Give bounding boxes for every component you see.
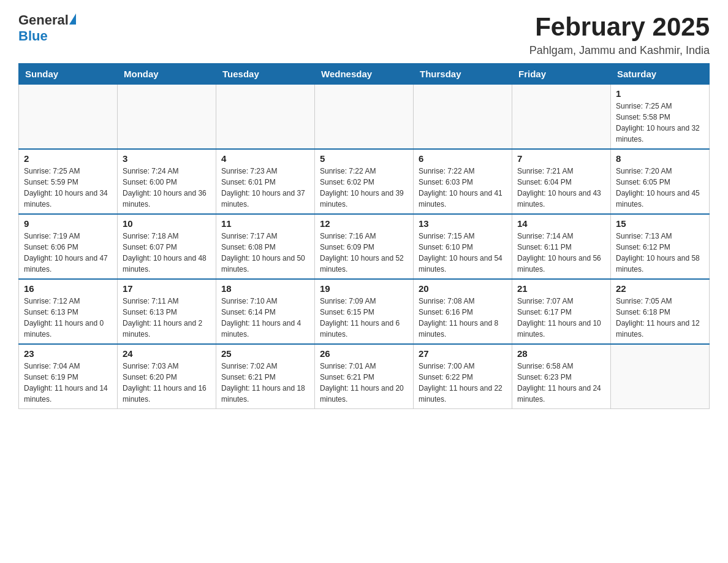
day-info: Sunrise: 7:21 AMSunset: 6:04 PMDaylight:… [517, 166, 605, 210]
page-header: General Blue February 2025 Pahlgam, Jamm… [18, 12, 710, 57]
calendar-table: SundayMondayTuesdayWednesdayThursdayFrid… [18, 63, 710, 409]
day-info: Sunrise: 7:12 AMSunset: 6:13 PMDaylight:… [24, 296, 112, 340]
calendar-cell [315, 85, 414, 150]
column-header-wednesday: Wednesday [315, 64, 414, 85]
calendar-cell: 17Sunrise: 7:11 AMSunset: 6:13 PMDayligh… [118, 279, 216, 344]
day-info: Sunrise: 7:22 AMSunset: 6:02 PMDaylight:… [320, 166, 408, 210]
calendar-cell: 12Sunrise: 7:16 AMSunset: 6:09 PMDayligh… [315, 214, 414, 279]
day-number: 1 [616, 88, 704, 99]
calendar-title: February 2025 [529, 12, 710, 42]
day-info: Sunrise: 7:13 AMSunset: 6:12 PMDaylight:… [616, 231, 704, 275]
calendar-cell: 15Sunrise: 7:13 AMSunset: 6:12 PMDayligh… [611, 214, 710, 279]
logo-general-text: General [18, 12, 69, 28]
day-number: 3 [123, 153, 211, 164]
calendar-cell: 11Sunrise: 7:17 AMSunset: 6:08 PMDayligh… [216, 214, 315, 279]
calendar-cell: 16Sunrise: 7:12 AMSunset: 6:13 PMDayligh… [19, 279, 118, 344]
day-number: 16 [24, 283, 112, 294]
calendar-cell: 13Sunrise: 7:15 AMSunset: 6:10 PMDayligh… [414, 214, 512, 279]
title-area: February 2025 Pahlgam, Jammu and Kashmir… [529, 12, 710, 57]
day-info: Sunrise: 7:03 AMSunset: 6:20 PMDaylight:… [123, 361, 211, 405]
calendar-cell: 9Sunrise: 7:19 AMSunset: 6:06 PMDaylight… [19, 214, 118, 279]
calendar-cell [414, 85, 512, 150]
day-number: 4 [221, 153, 309, 164]
calendar-cell [611, 344, 710, 409]
day-info: Sunrise: 7:25 AMSunset: 5:58 PMDaylight:… [616, 101, 704, 145]
day-number: 2 [24, 153, 112, 164]
calendar-week-row: 23Sunrise: 7:04 AMSunset: 6:19 PMDayligh… [19, 344, 710, 409]
day-number: 10 [123, 218, 211, 229]
day-info: Sunrise: 7:23 AMSunset: 6:01 PMDaylight:… [221, 166, 309, 210]
column-header-tuesday: Tuesday [216, 64, 315, 85]
calendar-cell: 5Sunrise: 7:22 AMSunset: 6:02 PMDaylight… [315, 149, 414, 214]
day-number: 22 [616, 283, 704, 294]
calendar-cell [118, 85, 216, 150]
calendar-cell: 27Sunrise: 7:00 AMSunset: 6:22 PMDayligh… [414, 344, 512, 409]
calendar-subtitle: Pahlgam, Jammu and Kashmir, India [529, 44, 710, 57]
calendar-cell: 18Sunrise: 7:10 AMSunset: 6:14 PMDayligh… [216, 279, 315, 344]
day-number: 7 [517, 153, 605, 164]
day-info: Sunrise: 7:01 AMSunset: 6:21 PMDaylight:… [320, 361, 408, 405]
day-number: 27 [419, 348, 507, 359]
day-number: 23 [24, 348, 112, 359]
calendar-cell: 8Sunrise: 7:20 AMSunset: 6:05 PMDaylight… [611, 149, 710, 214]
column-header-thursday: Thursday [414, 64, 512, 85]
day-number: 13 [419, 218, 507, 229]
day-info: Sunrise: 7:24 AMSunset: 6:00 PMDaylight:… [123, 166, 211, 210]
day-number: 17 [123, 283, 211, 294]
day-number: 15 [616, 218, 704, 229]
day-number: 9 [24, 218, 112, 229]
calendar-cell: 6Sunrise: 7:22 AMSunset: 6:03 PMDaylight… [414, 149, 512, 214]
day-info: Sunrise: 7:25 AMSunset: 5:59 PMDaylight:… [24, 166, 112, 210]
day-info: Sunrise: 7:15 AMSunset: 6:10 PMDaylight:… [419, 231, 507, 275]
day-info: Sunrise: 7:19 AMSunset: 6:06 PMDaylight:… [24, 231, 112, 275]
day-info: Sunrise: 7:10 AMSunset: 6:14 PMDaylight:… [221, 296, 309, 340]
calendar-cell: 20Sunrise: 7:08 AMSunset: 6:16 PMDayligh… [414, 279, 512, 344]
day-number: 5 [320, 153, 408, 164]
day-number: 18 [221, 283, 309, 294]
day-number: 14 [517, 218, 605, 229]
calendar-header-row: SundayMondayTuesdayWednesdayThursdayFrid… [19, 64, 710, 85]
calendar-cell: 7Sunrise: 7:21 AMSunset: 6:04 PMDaylight… [512, 149, 611, 214]
logo-triangle-icon [69, 13, 76, 25]
day-info: Sunrise: 7:14 AMSunset: 6:11 PMDaylight:… [517, 231, 605, 275]
day-info: Sunrise: 7:00 AMSunset: 6:22 PMDaylight:… [419, 361, 507, 405]
day-info: Sunrise: 7:17 AMSunset: 6:08 PMDaylight:… [221, 231, 309, 275]
day-info: Sunrise: 7:02 AMSunset: 6:21 PMDaylight:… [221, 361, 309, 405]
logo: General Blue [18, 12, 76, 44]
day-number: 8 [616, 153, 704, 164]
calendar-cell [19, 85, 118, 150]
day-number: 12 [320, 218, 408, 229]
calendar-week-row: 1Sunrise: 7:25 AMSunset: 5:58 PMDaylight… [19, 85, 710, 150]
day-number: 25 [221, 348, 309, 359]
column-header-friday: Friday [512, 64, 611, 85]
day-info: Sunrise: 7:08 AMSunset: 6:16 PMDaylight:… [419, 296, 507, 340]
logo-blue-text: Blue [18, 28, 48, 44]
calendar-cell: 28Sunrise: 6:58 AMSunset: 6:23 PMDayligh… [512, 344, 611, 409]
day-info: Sunrise: 7:18 AMSunset: 6:07 PMDaylight:… [123, 231, 211, 275]
column-header-sunday: Sunday [19, 64, 118, 85]
day-info: Sunrise: 7:16 AMSunset: 6:09 PMDaylight:… [320, 231, 408, 275]
day-number: 6 [419, 153, 507, 164]
day-info: Sunrise: 7:07 AMSunset: 6:17 PMDaylight:… [517, 296, 605, 340]
calendar-cell: 2Sunrise: 7:25 AMSunset: 5:59 PMDaylight… [19, 149, 118, 214]
calendar-cell: 22Sunrise: 7:05 AMSunset: 6:18 PMDayligh… [611, 279, 710, 344]
calendar-cell: 25Sunrise: 7:02 AMSunset: 6:21 PMDayligh… [216, 344, 315, 409]
calendar-cell: 24Sunrise: 7:03 AMSunset: 6:20 PMDayligh… [118, 344, 216, 409]
day-info: Sunrise: 7:11 AMSunset: 6:13 PMDaylight:… [123, 296, 211, 340]
day-info: Sunrise: 7:09 AMSunset: 6:15 PMDaylight:… [320, 296, 408, 340]
calendar-cell: 1Sunrise: 7:25 AMSunset: 5:58 PMDaylight… [611, 85, 710, 150]
column-header-saturday: Saturday [611, 64, 710, 85]
day-info: Sunrise: 7:22 AMSunset: 6:03 PMDaylight:… [419, 166, 507, 210]
column-header-monday: Monday [118, 64, 216, 85]
day-number: 26 [320, 348, 408, 359]
calendar-cell: 4Sunrise: 7:23 AMSunset: 6:01 PMDaylight… [216, 149, 315, 214]
calendar-cell: 3Sunrise: 7:24 AMSunset: 6:00 PMDaylight… [118, 149, 216, 214]
calendar-cell: 19Sunrise: 7:09 AMSunset: 6:15 PMDayligh… [315, 279, 414, 344]
calendar-cell: 21Sunrise: 7:07 AMSunset: 6:17 PMDayligh… [512, 279, 611, 344]
calendar-cell: 26Sunrise: 7:01 AMSunset: 6:21 PMDayligh… [315, 344, 414, 409]
day-number: 21 [517, 283, 605, 294]
calendar-cell [216, 85, 315, 150]
day-number: 28 [517, 348, 605, 359]
calendar-week-row: 2Sunrise: 7:25 AMSunset: 5:59 PMDaylight… [19, 149, 710, 214]
calendar-cell: 10Sunrise: 7:18 AMSunset: 6:07 PMDayligh… [118, 214, 216, 279]
